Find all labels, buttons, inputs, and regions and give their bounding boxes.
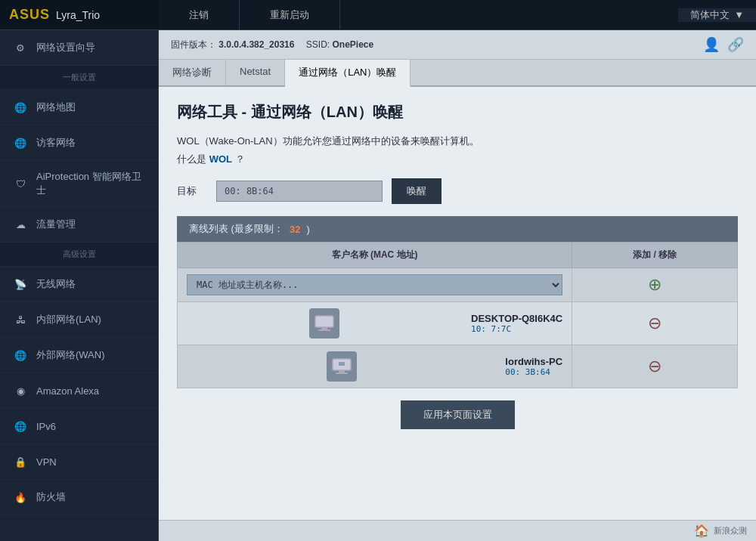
vpn-icon: 🔒	[12, 453, 29, 470]
link-icon[interactable]: 🔗	[727, 36, 744, 53]
asus-logo: ASUS	[9, 7, 50, 23]
svg-rect-2	[318, 329, 330, 331]
sidebar-item-amazon-alexa[interactable]: ◉ Amazon Alexa	[0, 373, 158, 409]
user-icon[interactable]: 👤	[703, 36, 720, 53]
top-nav: 注销 重新启动	[159, 0, 678, 29]
main-layout: ⚙ 网络设置向导 一般设置 🌐 网络地图 🌐 访客网络 🛡 AiProtecti…	[0, 30, 756, 541]
table-row: lordwihs-PC 00: 3B:64 ⊖	[178, 345, 738, 388]
device-list-header: 离线列表 (最多限制： 32 )	[177, 216, 738, 242]
sidebar-item-label: 外部网络(WAN)	[36, 348, 105, 362]
add-button[interactable]: ⊕	[644, 274, 665, 295]
svg-rect-4	[339, 370, 345, 373]
device-2-mac: 00: 3B:64	[505, 367, 562, 377]
svg-rect-1	[321, 327, 327, 329]
sidebar-item-label: 内部网络(LAN)	[36, 313, 101, 326]
sidebar-item-firewall[interactable]: 🔥 防火墙	[0, 480, 158, 515]
restart-button[interactable]: 重新启动	[240, 0, 340, 29]
svg-rect-5	[336, 373, 348, 374]
page-title: 网络工具 - 通过网络（LAN）唤醒	[177, 102, 738, 122]
sidebar: ⚙ 网络设置向导 一般设置 🌐 网络地图 🌐 访客网络 🛡 AiProtecti…	[0, 30, 159, 541]
apply-button[interactable]: 应用本页面设置	[401, 400, 515, 429]
sidebar-item-label: IPv6	[36, 421, 56, 432]
firmware-info: 固件版本： 3.0.0.4.382_20316 SSID: OnePiece	[171, 39, 373, 51]
tab-diagnosis[interactable]: 网络诊断	[159, 60, 226, 85]
advanced-section-label: 高级设置	[0, 243, 158, 267]
apply-row: 应用本页面设置	[177, 388, 738, 441]
device-1-icon	[309, 308, 339, 339]
sidebar-item-guest-network[interactable]: 🌐 访客网络	[0, 125, 158, 161]
svg-rect-6	[339, 362, 345, 366]
sidebar-item-network-map[interactable]: 🌐 网络地图	[0, 90, 158, 125]
device-2-icon	[327, 351, 357, 382]
top-bar: ASUS Lyra_Trio 注销 重新启动 简体中文 ▼	[0, 0, 756, 30]
router-name: Lyra_Trio	[56, 9, 100, 21]
description-text: WOL（Wake-On-LAN）功能允许您通过网络中的设备来唤醒计算机。	[177, 134, 738, 148]
logo-area: ASUS Lyra_Trio	[0, 0, 159, 29]
setup-wizard-icon: ⚙	[12, 39, 29, 56]
sidebar-item-label: VPN	[36, 456, 57, 468]
sidebar-item-label: 访客网络	[36, 136, 76, 150]
sidebar-item-aiprotection[interactable]: 🛡 AiProtection 智能网络卫士	[0, 161, 158, 207]
col-add-remove: 添加 / 移除	[572, 243, 738, 268]
wol-question: 什么是	[177, 153, 206, 165]
target-label: 目标	[177, 184, 207, 198]
device-2-cell: lordwihs-PC 00: 3B:64	[178, 345, 572, 388]
wan-icon: 🌐	[12, 347, 29, 363]
add-cell: ⊕	[572, 268, 738, 302]
lan-icon: 🖧	[12, 311, 29, 328]
general-section-label: 一般设置	[0, 66, 158, 90]
wol-link[interactable]: WOL	[209, 153, 232, 165]
device-2-remove-cell: ⊖	[572, 345, 738, 388]
guest-network-icon: 🌐	[12, 134, 29, 151]
sidebar-item-wireless[interactable]: 📡 无线网络	[0, 267, 158, 302]
col-client-name: 客户名称 (MAC 地址)	[178, 243, 572, 268]
sidebar-item-vpn[interactable]: 🔒 VPN	[0, 444, 158, 480]
tab-bar: 网络诊断 Netstat 通过网络（LAN）唤醒	[159, 60, 756, 87]
sidebar-item-wan[interactable]: 🌐 外部网络(WAN)	[0, 338, 158, 373]
sidebar-item-label: 流量管理	[36, 218, 76, 231]
wol-question-end: ？	[235, 153, 245, 165]
footer-brand: 🏠 新浪众测	[159, 520, 756, 541]
traffic-icon: ☁	[12, 216, 29, 233]
lang-label: 简体中文	[690, 8, 730, 22]
sidebar-item-label: Amazon Alexa	[36, 385, 99, 397]
mac-dropdown[interactable]: MAC 地址或主机名称...	[187, 274, 562, 295]
table-row-dropdown: MAC 地址或主机名称... ⊕	[178, 268, 738, 302]
sidebar-item-label: 网络地图	[36, 100, 76, 114]
device-2-remove-button[interactable]: ⊖	[644, 356, 665, 377]
tab-wol[interactable]: 通过网络（LAN）唤醒	[285, 60, 411, 87]
svg-rect-0	[315, 316, 333, 327]
mac-value: 00: 8B:64	[225, 186, 274, 196]
logout-button[interactable]: 注销	[159, 0, 240, 29]
device-2-name: lordwihs-PC	[505, 356, 562, 367]
sidebar-item-lan[interactable]: 🖧 内部网络(LAN)	[0, 302, 158, 338]
sidebar-item-traffic-mgmt[interactable]: ☁ 流量管理	[0, 207, 158, 243]
ssid-value: OnePiece	[332, 39, 373, 50]
mac-input[interactable]: 00: 8B:64	[216, 181, 383, 202]
network-map-icon: 🌐	[12, 99, 29, 116]
content-area: 固件版本： 3.0.0.4.382_20316 SSID: OnePiece 👤…	[159, 30, 756, 541]
sidebar-item-label: AiProtection 智能网络卫士	[36, 170, 146, 197]
device-1-remove-cell: ⊖	[572, 302, 738, 345]
aiprotection-icon: 🛡	[12, 175, 29, 192]
sidebar-item-setup-wizard[interactable]: ⚙ 网络设置向导	[0, 30, 158, 66]
page-content: 网络工具 - 通过网络（LAN）唤醒 WOL（Wake-On-LAN）功能允许您…	[159, 87, 756, 520]
device-list-header-end: )	[306, 224, 309, 235]
sidebar-item-label: 网络设置向导	[36, 41, 95, 54]
sidebar-item-label: 防火墙	[36, 490, 66, 504]
chevron-down-icon: ▼	[734, 9, 744, 20]
sidebar-item-ipv6[interactable]: 🌐 IPv6	[0, 409, 158, 444]
sidebar-item-label: 无线网络	[36, 277, 76, 291]
lang-selector[interactable]: 简体中文 ▼	[678, 8, 756, 22]
top-icons: 👤 🔗	[703, 36, 744, 53]
device-1-remove-button[interactable]: ⊖	[644, 313, 665, 334]
target-row: 目标 00: 8B:64 唤醒	[177, 178, 738, 204]
table-row: DESKTOP-Q8I6K4C 10: 7:7C ⊖	[178, 302, 738, 345]
wireless-icon: 📡	[12, 276, 29, 292]
wake-button[interactable]: 唤醒	[392, 178, 442, 204]
tab-netstat[interactable]: Netstat	[226, 60, 285, 85]
dropdown-cell: MAC 地址或主机名称...	[178, 268, 572, 302]
firmware-bar: 固件版本： 3.0.0.4.382_20316 SSID: OnePiece 👤…	[159, 30, 756, 60]
firmware-label: 固件版本：	[171, 39, 216, 50]
device-1-cell: DESKTOP-Q8I6K4C 10: 7:7C	[178, 302, 572, 345]
